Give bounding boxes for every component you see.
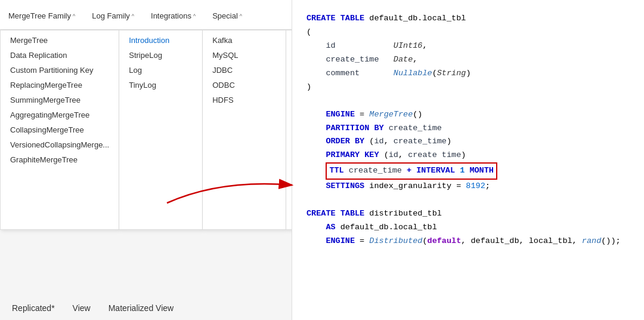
bottom-nav-replicated[interactable]: Replicated* — [12, 303, 55, 313]
dropdown-item-data-replication[interactable]: Data Replication — [1, 48, 119, 63]
code-as-line: AS default_db.local_tbl — [306, 221, 630, 235]
dropdown-mergetree: MergeTree Data Replication Custom Partit… — [0, 30, 119, 230]
code-area: CREATE TABLE default_db.local_tbl ( id U… — [292, 0, 644, 320]
dropdown-item-kafka[interactable]: Kafka — [203, 33, 286, 48]
code-settings-line: SETTINGS index_granularity = 8192; — [306, 180, 630, 193]
code-field-comment: comment Nullable(String) — [306, 67, 630, 81]
code-field-id: id UInt16, — [306, 39, 630, 53]
nav-special[interactable]: Special ^ — [204, 8, 250, 24]
code-ttl-line: TTL create_time + INTERVAL 1 MONTH — [306, 162, 630, 180]
nav-mergetree-family[interactable]: MergeTree Family ^ — [0, 8, 83, 24]
dropdown-item-log[interactable]: Log — [119, 63, 202, 78]
dropdown-item-aggregating[interactable]: AggregatingMergeTree — [1, 107, 119, 122]
bottom-nav-view[interactable]: View — [73, 303, 91, 313]
nav-integrations-caret: ^ — [193, 13, 196, 19]
code-engine2-line: ENGINE = Distributed(default, default_db… — [306, 235, 630, 248]
code-partition-line: PARTITION BY create_time — [306, 122, 630, 136]
nav-special-caret: ^ — [240, 13, 242, 19]
dropdown-item-hdfs[interactable]: HDFS — [203, 93, 286, 107]
nav-mergetree-label: MergeTree Family — [8, 11, 71, 20]
code-create-table-2: CREATE TABLE distributed_tbl — [306, 207, 630, 221]
dropdown-item-summing[interactable]: SummingMergeTree — [1, 93, 119, 107]
dropdown-item-odbc[interactable]: ODBC — [203, 78, 286, 93]
dropdown-integrations: Kafka MySQL JDBC ODBC HDFS — [203, 30, 286, 230]
dropdown-item-tinylog[interactable]: TinyLog — [119, 78, 202, 93]
code-orderby-line: ORDER BY (id, create_time) — [306, 135, 630, 149]
dropdown-item-collapsing[interactable]: CollapsingMergeTree — [1, 122, 119, 137]
nav-log-caret: ^ — [132, 13, 134, 19]
dropdown-item-jdbc[interactable]: JDBC — [203, 63, 286, 78]
nav-integrations-label: Integrations — [151, 11, 191, 20]
code-primarykey-line: PRIMARY KEY (id, create time) — [306, 149, 630, 162]
dropdown-item-versioned[interactable]: VersionedCollapsingMerge... — [1, 137, 119, 152]
code-close-paren: ) — [306, 81, 630, 94]
code-field-create-time: create_time Date, — [306, 53, 630, 67]
code-open-paren: ( — [306, 26, 630, 39]
code-create-table-1: CREATE TABLE default_db.local_tbl — [306, 12, 630, 26]
nav-integrations[interactable]: Integrations ^ — [143, 8, 204, 24]
dropdown-item-stripelog[interactable]: StripeLog — [119, 48, 202, 63]
nav-log-family[interactable]: Log Family ^ — [83, 8, 143, 24]
dropdown-item-introduction[interactable]: Introduction — [119, 33, 202, 48]
dropdown-item-custom-partitioning[interactable]: Custom Partitioning Key — [1, 63, 119, 78]
nav-area: MergeTree Family ^ Log Family ^ Integrat… — [0, 0, 292, 320]
dropdown-item-replacing[interactable]: ReplacingMergeTree — [1, 78, 119, 93]
dropdown-item-mysql[interactable]: MySQL — [203, 48, 286, 63]
dropdown-item-mergetree[interactable]: MergeTree — [1, 33, 119, 48]
code-blank-2 — [306, 193, 630, 207]
nav-log-label: Log Family — [92, 11, 130, 20]
top-nav: MergeTree Family ^ Log Family ^ Integrat… — [0, 0, 292, 30]
bottom-nav: Replicated* View Materialized View — [0, 303, 174, 313]
nav-special-label: Special — [212, 11, 238, 20]
code-blank-1 — [306, 94, 630, 108]
nav-mergetree-caret: ^ — [73, 13, 75, 19]
code-engine-line: ENGINE = MergeTree() — [306, 108, 630, 122]
dropdown-item-graphite[interactable]: GraphiteMergeTree — [1, 152, 119, 167]
bottom-nav-materialized[interactable]: Materialized View — [109, 303, 174, 313]
dropdown-log: Introduction StripeLog Log TinyLog — [119, 30, 203, 230]
